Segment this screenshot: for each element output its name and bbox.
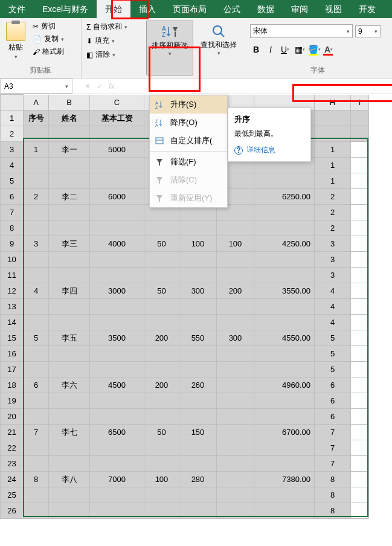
cell[interactable] <box>217 377 254 393</box>
cell[interactable]: 100 <box>144 472 179 487</box>
cell[interactable] <box>179 346 217 362</box>
cell[interactable]: 200 <box>144 330 179 346</box>
cell[interactable]: 200 <box>217 283 254 299</box>
cell[interactable]: 7 <box>315 425 351 440</box>
cell[interactable] <box>144 362 179 377</box>
header-cell[interactable] <box>351 126 369 142</box>
cell[interactable] <box>217 362 254 377</box>
cell[interactable]: 5000 <box>90 142 144 158</box>
cell[interactable]: 8 <box>315 472 351 487</box>
tooltip-link[interactable]: ?详细信息 <box>234 145 304 155</box>
tab-9[interactable]: 开发 <box>350 0 384 18</box>
cell[interactable] <box>24 220 49 236</box>
cell[interactable] <box>144 393 179 409</box>
cell[interactable]: 300 <box>179 283 217 299</box>
cell[interactable]: 5 <box>315 346 351 362</box>
tab-1[interactable]: Excel与财务 <box>34 0 97 18</box>
cell[interactable] <box>254 299 315 315</box>
col-header-I[interactable]: I <box>351 95 369 111</box>
cell[interactable] <box>49 158 90 173</box>
cell[interactable]: 4250.00 <box>254 236 315 252</box>
cell[interactable]: 200 <box>144 377 179 393</box>
cell[interactable] <box>179 393 217 409</box>
cell[interactable] <box>90 205 144 220</box>
cell[interactable] <box>144 346 179 362</box>
cell[interactable]: 50 <box>144 236 179 252</box>
cell[interactable] <box>217 299 254 315</box>
cell[interactable] <box>144 220 179 236</box>
cell[interactable]: 李七 <box>49 425 90 440</box>
row-header-11[interactable]: 11 <box>1 268 24 283</box>
cell[interactable] <box>179 487 217 503</box>
cell[interactable]: 3 <box>24 236 49 252</box>
cell[interactable]: 280 <box>179 472 217 487</box>
cell[interactable] <box>49 393 90 409</box>
cell[interactable] <box>49 220 90 236</box>
format-painter-button[interactable]: 🖌格式刷 <box>31 46 65 57</box>
cell[interactable] <box>217 456 254 472</box>
custom-sort-item[interactable]: 自定义排序( <box>150 132 227 150</box>
find-select-button[interactable]: 查找和选择 ▾ <box>196 21 242 75</box>
cell[interactable]: 3 <box>315 236 351 252</box>
sort-desc-item[interactable]: ZA降序(O) <box>150 114 227 132</box>
row-header-20[interactable]: 20 <box>1 409 24 425</box>
cell[interactable] <box>49 487 90 503</box>
cell[interactable] <box>254 393 315 409</box>
name-box[interactable]: A3▾ <box>0 79 72 94</box>
row-header-4[interactable]: 4 <box>1 158 24 173</box>
cell[interactable] <box>179 503 217 519</box>
worksheet[interactable]: AZ升序(S) ZA降序(O) 自定义排序( 筛选(F) 清除(C) 重新应用(… <box>0 94 392 519</box>
border-button[interactable]: ▦▾ <box>292 43 307 56</box>
fx-icon[interactable]: fx <box>109 82 114 91</box>
cell[interactable]: 3000 <box>90 283 144 299</box>
cell[interactable] <box>49 315 90 330</box>
cell[interactable]: 4 <box>24 283 49 299</box>
row-header-25[interactable]: 25 <box>1 487 24 503</box>
cell[interactable]: 李五 <box>49 330 90 346</box>
cell[interactable] <box>144 440 179 456</box>
cell[interactable]: 4000 <box>90 236 144 252</box>
autosum-button[interactable]: Σ自动求和▾ <box>85 21 141 33</box>
cell[interactable]: 550 <box>179 330 217 346</box>
header-cell[interactable] <box>315 126 351 142</box>
cell[interactable]: 3 <box>315 268 351 283</box>
select-all-corner[interactable] <box>1 95 24 111</box>
cell[interactable] <box>254 205 315 220</box>
cell[interactable]: 6250.00 <box>254 189 315 205</box>
cell[interactable] <box>49 205 90 220</box>
cell[interactable] <box>49 346 90 362</box>
cell[interactable] <box>24 503 49 519</box>
row-header-19[interactable]: 19 <box>1 393 24 409</box>
cell[interactable]: 1 <box>315 173 351 189</box>
cell[interactable]: 7000 <box>90 472 144 487</box>
cell[interactable] <box>217 487 254 503</box>
row-header-18[interactable]: 18 <box>1 377 24 393</box>
cell[interactable] <box>179 362 217 377</box>
cell[interactable] <box>90 268 144 283</box>
cell[interactable] <box>144 503 179 519</box>
cell[interactable] <box>144 252 179 268</box>
cell[interactable] <box>90 173 144 189</box>
cell[interactable] <box>90 299 144 315</box>
tab-2[interactable]: 开始 <box>97 0 130 18</box>
filter-item[interactable]: 筛选(F) <box>150 153 227 171</box>
cell[interactable] <box>90 503 144 519</box>
cell[interactable] <box>217 220 254 236</box>
cell[interactable] <box>24 299 49 315</box>
row-header-7[interactable]: 7 <box>1 205 24 220</box>
header-cell[interactable]: 姓名 <box>49 111 90 126</box>
cell[interactable]: 2 <box>315 205 351 220</box>
col-header-A[interactable]: A <box>24 95 49 111</box>
cell[interactable] <box>49 299 90 315</box>
cell[interactable]: 4 <box>315 315 351 330</box>
cell[interactable] <box>24 346 49 362</box>
cell[interactable] <box>90 315 144 330</box>
cell[interactable]: 5 <box>315 330 351 346</box>
cell[interactable] <box>254 409 315 425</box>
cell[interactable]: 6 <box>315 409 351 425</box>
cell[interactable] <box>49 362 90 377</box>
row-header-12[interactable]: 12 <box>1 283 24 299</box>
col-header-H[interactable]: H <box>315 95 351 111</box>
font-color-button[interactable]: A▾ <box>321 43 336 56</box>
cell[interactable]: 150 <box>179 425 217 440</box>
